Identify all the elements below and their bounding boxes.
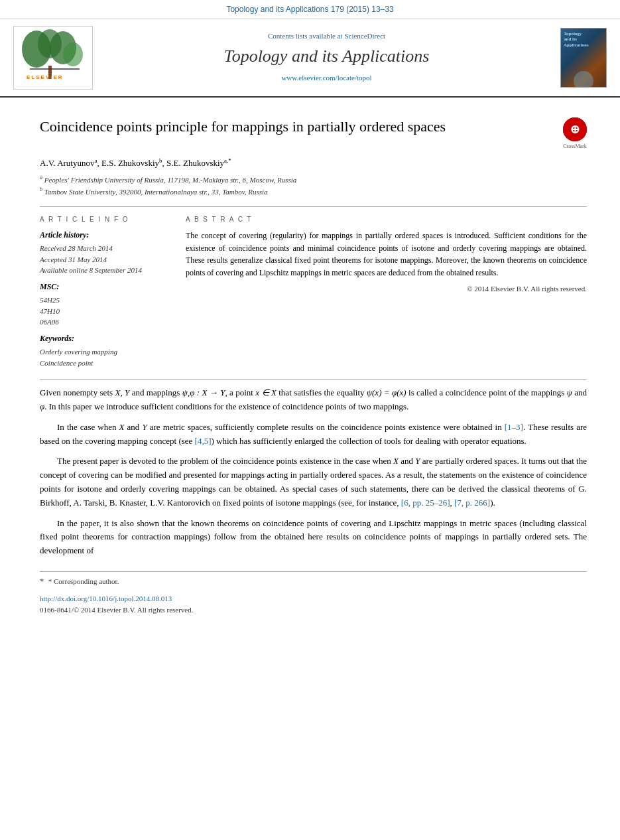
issn-line: 0166-8641/© 2014 Elsevier B.V. All right… (40, 605, 587, 616)
authors-line: A.V. Arutyunova, E.S. Zhukovskiyb, S.E. … (40, 157, 587, 170)
keyword1: Orderly covering mapping (40, 346, 172, 358)
crossmark-badge-container[interactable]: ⊕ CrossMark (563, 117, 587, 151)
abstract-col: A B S T R A C T The concept of covering … (186, 215, 587, 369)
abstract-header: A B S T R A C T (186, 215, 587, 225)
journal-url-link[interactable]: www.elsevier.com/locate/topol (281, 74, 371, 82)
sciencedirect-link: ScienceDirect (344, 32, 385, 40)
math-Y: Y (125, 387, 129, 397)
elsevier-header: ELSEVIER Contents lists available at Sci… (0, 19, 620, 98)
article-info-col: A R T I C L E I N F O Article history: R… (40, 215, 172, 369)
contents-available-text: Contents lists available at ScienceDirec… (106, 31, 547, 42)
cover-title-text: Topologyand itsApplications (564, 31, 603, 88)
msc-section: MSC: 54H25 47H10 06A06 (40, 281, 172, 328)
ref-1-3[interactable]: [1–3] (505, 422, 523, 432)
body-para4: In the paper, it is also shown that the … (40, 517, 587, 558)
journal-title-center: Contents lists available at ScienceDirec… (106, 31, 547, 84)
cover-image: Topologyand itsApplications (560, 28, 607, 88)
article-history-section: Article history: Received 28 March 2014 … (40, 230, 172, 276)
svg-text:ELSEVIER: ELSEVIER (27, 74, 64, 80)
paper-title-section: Coincidence points principle for mapping… (40, 117, 587, 151)
elsevier-logo-section: ELSEVIER (13, 26, 93, 90)
math-psi-phi: ψ,φ : X → Y (182, 387, 225, 397)
aff-a-text: Peoples' Friendship University of Russia… (44, 176, 297, 184)
affiliation-b: b Tambov State University, 392000, Inter… (40, 186, 587, 197)
copyright-line: © 2014 Elsevier B.V. All rights reserved… (186, 284, 587, 295)
journal-cover-thumbnail: Topologyand itsApplications (560, 28, 607, 88)
svg-text:⊕: ⊕ (570, 123, 580, 136)
affiliation-a: a Peoples' Friendship University of Russ… (40, 174, 587, 185)
article-info-header: A R T I C L E I N F O (40, 215, 172, 225)
keywords-label: Keywords: (40, 333, 172, 344)
math-Y2: Y (142, 422, 147, 432)
msc1: 54H25 (40, 295, 172, 306)
math-Y3: Y (415, 456, 420, 466)
footnote-section: * * Corresponding author. (40, 571, 587, 587)
available-date: Available online 8 September 2014 (40, 265, 172, 276)
author2-sup: b (159, 157, 162, 164)
affiliations-section: a Peoples' Friendship University of Russ… (40, 174, 587, 196)
ref-6[interactable]: [6, pp. 25–26] (401, 498, 450, 508)
ref-4-5[interactable]: [4,5] (195, 436, 212, 446)
paper-title: Coincidence points principle for mapping… (40, 117, 552, 137)
author3-name: S.E. Zhukovskiy (166, 159, 224, 169)
journal-name-display: Topology and its Applications (106, 44, 547, 69)
author3-sup: a,* (224, 157, 231, 164)
author2-name: E.S. Zhukovskiy (101, 159, 159, 169)
body-divider (40, 379, 587, 380)
history-label: Article history: (40, 230, 172, 241)
journal-bar: Topology and its Applications 179 (2015)… (0, 0, 620, 19)
article-info-abstract-section: A R T I C L E I N F O Article history: R… (40, 206, 587, 369)
body-para2: In the case when X and Y are metric spac… (40, 421, 587, 449)
ref-7[interactable]: [7, p. 266] (454, 498, 490, 508)
received-date: Received 28 March 2014 (40, 243, 172, 254)
footnote-text: * Corresponding author. (48, 577, 119, 585)
keywords-section: Keywords: Orderly covering mapping Coinc… (40, 333, 172, 368)
elsevier-tree-icon: ELSEVIER (17, 29, 90, 82)
journal-bar-text: Topology and its Applications 179 (2015)… (226, 5, 393, 14)
math-psi: ψ (567, 387, 572, 397)
aff-a-sup: a (40, 175, 42, 180)
paper-main: Coincidence points principle for mapping… (0, 98, 620, 629)
aff-b-text: Tambov State University, 392000, Interna… (44, 187, 268, 195)
msc-label: MSC: (40, 281, 172, 293)
crossmark-icon: ⊕ (563, 117, 587, 141)
msc2: 47H10 (40, 306, 172, 317)
corresponding-author-note: * * Corresponding author. (40, 576, 587, 587)
body-para1: Given nonempty sets X, Y and mappings ψ,… (40, 386, 587, 414)
math-X3: X (393, 456, 399, 466)
author1-sup: a (94, 157, 97, 164)
aff-b-sup: b (40, 186, 42, 192)
accepted-date: Accepted 31 May 2014 (40, 254, 172, 265)
author1-name: A.V. Arutyunov (40, 159, 94, 169)
msc3: 06A06 (40, 316, 172, 328)
math-phi-body: φ (40, 401, 44, 411)
math-x: x ∈ X (255, 387, 277, 397)
doi-link[interactable]: http://dx.doi.org/10.1016/j.topol.2014.0… (40, 595, 172, 602)
star-symbol: * (40, 577, 44, 586)
math-X: X (115, 387, 120, 397)
math-eq: ψ(x) = φ(x) (367, 387, 406, 397)
body-para3: The present paper is devoted to the prob… (40, 455, 587, 510)
keyword2: Coincidence point (40, 358, 172, 369)
elsevier-logo-box: ELSEVIER (13, 26, 93, 90)
abstract-text: The concept of covering (regularity) for… (186, 230, 587, 279)
crossmark-label: CrossMark (563, 143, 587, 151)
page-footer: http://dx.doi.org/10.1016/j.topol.2014.0… (40, 593, 587, 616)
svg-point-4 (63, 42, 83, 66)
math-X2: X (119, 422, 125, 432)
